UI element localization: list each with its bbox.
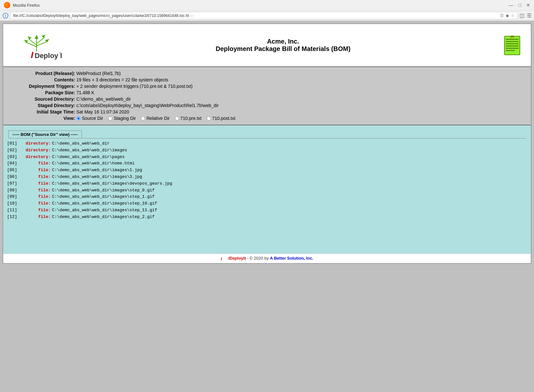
contents-row: Contents: 19 files + 3 directories = 22 … <box>11 77 523 82</box>
svg-marker-4 <box>42 35 46 38</box>
bom-type: directory: <box>19 147 51 154</box>
title-bar: Mozilla Firefox — □ ✕ <box>0 0 534 10</box>
bom-path: C:\demo_abs_web\web_dir\images <box>52 147 127 154</box>
staged-value: c:\cots\abs\iDeployIt\deploy_bay\_stagin… <box>76 103 219 108</box>
deployit-logo: I Deploy It ™ <box>11 29 62 61</box>
address-url: file:///C:/cots/abs/iDeployIt/deploy_bay… <box>13 13 193 18</box>
radio-source-dir[interactable]: Source Dir <box>76 116 103 121</box>
radio-staging-dir[interactable]: Staging Dir <box>108 116 136 121</box>
list-item: [10]file:C:\demo_abs_web\web_dir\images\… <box>7 200 527 207</box>
document-title: Deployment Package Bill of Materials (BO… <box>62 45 504 53</box>
footer-brand-text: iDeployIt <box>228 256 246 261</box>
time-value: Sat May 16 11:07:34 2020 <box>76 109 129 114</box>
source-value: C:\demo_abs_web\web_dir <box>76 96 131 102</box>
bom-type: file: <box>19 194 51 200</box>
radio-pre-txt[interactable]: 710.pre.txt <box>175 116 202 121</box>
title-bar-left: Mozilla Firefox <box>4 2 40 8</box>
info-icon: i <box>3 13 8 19</box>
list-item: [03]directory:C:\demo_abs_web\web_dir\pa… <box>7 154 527 161</box>
view-label: View: <box>11 116 75 121</box>
bom-index: [08] <box>7 187 19 194</box>
size-row: Package Size: 71.488 K <box>11 90 523 95</box>
contents-value: 19 files + 3 directories = 22 file syste… <box>76 77 168 82</box>
list-item: [09]file:C:\demo_abs_web\web_dir\images\… <box>7 194 527 200</box>
product-value: WebProduct (Rel1.7b) <box>76 71 121 76</box>
footer-section: I iDeployIt - © 2020 by A Better Solutio… <box>3 254 531 263</box>
minimize-button[interactable]: — <box>509 3 513 8</box>
bom-tab: ----- BOM ("Source Dir" view) ----- <box>8 130 82 138</box>
reader-icon[interactable]: ☰ <box>500 13 504 18</box>
radio-relative-dir[interactable]: Relative Dir <box>141 116 169 121</box>
close-button[interactable]: ✕ <box>526 3 530 8</box>
bom-type: directory: <box>19 154 51 161</box>
bom-index: [07] <box>7 180 19 187</box>
svg-marker-5 <box>35 35 39 39</box>
list-item: [12]file:C:\demo_abs_web\web_dir\images\… <box>7 214 527 221</box>
svg-text:I: I <box>31 50 34 60</box>
svg-rect-17 <box>506 46 519 46</box>
bom-path: C:\demo_abs_web\web_dir\images\step_1.gi… <box>52 194 155 200</box>
svg-text:I: I <box>221 257 222 261</box>
triggers-value: + 2 sender deployment triggers (710.pre.… <box>76 84 193 89</box>
svg-text:™: ™ <box>58 52 61 55</box>
browser-chrome: Mozilla Firefox — □ ✕ i file:///C:/cots/… <box>0 0 534 21</box>
radio-source-label: Source Dir <box>82 116 103 121</box>
product-row: Product (Release): WebProduct (Rel1.7b) <box>11 71 523 76</box>
footer-logo-icon: I <box>221 256 227 261</box>
address-bar-row: i file:///C:/cots/abs/iDeployIt/deploy_b… <box>0 10 534 21</box>
bom-icon <box>504 36 523 55</box>
list-item: [05]file:C:\demo_abs_web\web_dir\images\… <box>7 167 527 174</box>
logo-area: I Deploy It ™ <box>11 29 62 61</box>
bom-index: [06] <box>7 174 19 180</box>
list-item: [06]file:C:\demo_abs_web\web_dir\images\… <box>7 174 527 180</box>
bom-type: file: <box>19 174 51 180</box>
star-icon[interactable]: ☆ <box>511 13 515 18</box>
radio-post-label: 710.post.txt <box>212 116 235 121</box>
bom-type: directory: <box>19 140 51 147</box>
list-item: [07]file:C:\demo_abs_web\web_dir\images\… <box>7 180 527 187</box>
radio-post-input[interactable] <box>207 116 211 121</box>
view-radio-group[interactable]: Source Dir Staging Dir Relative Dir 710.… <box>76 116 235 121</box>
radio-post-txt[interactable]: 710.post.txt <box>207 116 235 121</box>
bom-index: [09] <box>7 194 19 200</box>
menu-icon[interactable]: ☰ <box>527 13 531 19</box>
radio-staging-input[interactable] <box>108 116 112 121</box>
source-row: Sourced Directory: C:\demo_abs_web\web_d… <box>11 96 523 102</box>
bookmark-icon[interactable]: ◆ <box>506 13 509 18</box>
address-field[interactable]: file:///C:/cots/abs/iDeployIt/deploy_bay… <box>10 12 518 19</box>
svg-rect-20 <box>510 36 514 38</box>
svg-rect-15 <box>506 41 519 42</box>
bom-index: [04] <box>7 160 19 167</box>
svg-marker-2 <box>28 36 31 39</box>
bom-index: [03] <box>7 154 19 161</box>
info-section: Product (Release): WebProduct (Rel1.7b) … <box>3 67 531 125</box>
bom-path: C:\demo_abs_web\web_dir\images\1.jpg <box>52 167 142 174</box>
size-value: 71.488 K <box>76 90 94 95</box>
company-name: Acme, Inc. <box>62 38 504 45</box>
maximize-button[interactable]: □ <box>519 3 521 8</box>
radio-pre-label: 710.pre.txt <box>180 116 202 121</box>
triggers-label: Deployment Triggers: <box>11 84 75 89</box>
size-label: Package Size: <box>11 90 75 95</box>
source-label: Sourced Directory: <box>11 96 75 102</box>
bom-path: C:\demo_abs_web\web_dir\images\devopos_g… <box>52 180 172 187</box>
bom-index: [05] <box>7 167 19 174</box>
radio-pre-input[interactable] <box>175 116 179 121</box>
extensions-icon[interactable]: ◫ <box>520 13 524 19</box>
svg-marker-7 <box>24 40 28 43</box>
bom-index: [10] <box>7 200 19 207</box>
svg-marker-9 <box>45 39 49 42</box>
window-controls[interactable]: — □ ✕ <box>509 3 530 8</box>
bom-path: C:\demo_abs_web\web_dir\pages <box>52 154 125 161</box>
list-item: [02]directory:C:\demo_abs_web\web_dir\im… <box>7 147 527 154</box>
bom-content: [01]directory:C:\demo_abs_web\web_dir[02… <box>3 138 531 222</box>
bom-path: C:\demo_abs_web\web_dir\images\step_0.gi… <box>52 187 155 194</box>
radio-relative-input[interactable] <box>141 116 145 121</box>
bom-path: C:\demo_abs_web\web_dir <box>52 140 109 147</box>
svg-rect-16 <box>506 43 519 44</box>
radio-source-input[interactable] <box>76 116 81 121</box>
svg-line-6 <box>25 42 37 47</box>
bom-type: file: <box>19 167 51 174</box>
product-label: Product (Release): <box>11 71 75 76</box>
bom-path: C:\demo_abs_web\web_dir\home.html <box>52 160 134 167</box>
